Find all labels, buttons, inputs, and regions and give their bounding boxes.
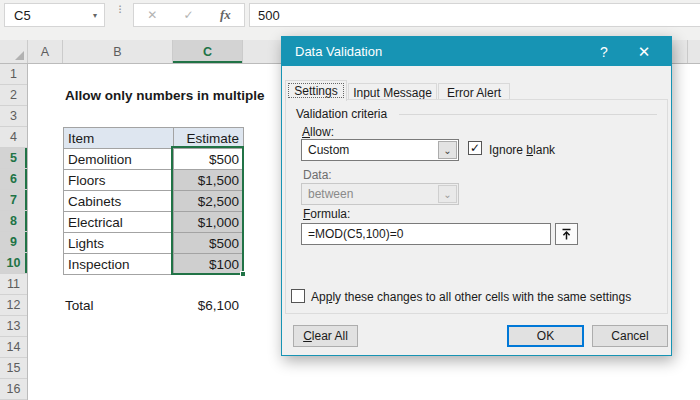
row-header-7[interactable]: 7	[0, 190, 27, 211]
row-header-2[interactable]: 2	[0, 85, 27, 106]
clear-all-button[interactable]: Clear All	[293, 325, 358, 347]
close-icon: ✕	[638, 43, 651, 61]
validation-criteria-label: Validation criteria	[296, 107, 387, 121]
row-header-10[interactable]: 10	[0, 253, 27, 274]
formula-bar-drag-handle-icon: ⁝	[117, 6, 123, 12]
selection-border	[171, 146, 244, 275]
column-header-a[interactable]: A	[28, 40, 63, 63]
cancel-button[interactable]: Cancel	[592, 325, 668, 347]
dialog-help-button[interactable]: ?	[589, 37, 619, 66]
row-header-14[interactable]: 14	[0, 337, 27, 358]
row-header-5[interactable]: 5	[0, 148, 27, 169]
group-divider	[399, 114, 657, 115]
row-header-8[interactable]: 8	[0, 211, 27, 232]
row-header-4[interactable]: 4	[0, 127, 27, 148]
help-icon: ?	[600, 44, 608, 60]
name-box[interactable]: C5 ▾	[4, 3, 105, 27]
formula-bar-buttons: ✕ ✓ fx	[133, 3, 245, 27]
row-header-11[interactable]: 11	[0, 274, 27, 295]
data-dropdown-disabled[interactable]: between ⌄	[301, 183, 459, 205]
fill-handle[interactable]	[240, 271, 246, 277]
checkmark-icon: ✓	[470, 142, 480, 154]
allow-label: Allow:	[302, 125, 334, 139]
formula-input-value: 500	[258, 8, 280, 23]
row-header-3[interactable]: 3	[0, 106, 27, 127]
column-header-c[interactable]: C	[173, 40, 243, 63]
name-box-value: C5	[14, 8, 31, 23]
formula-field[interactable]: =MOD(C5,100)=0	[301, 223, 551, 245]
formula-field-value: =MOD(C5,100)=0	[308, 227, 403, 241]
select-all-button[interactable]	[0, 40, 28, 63]
header-cell-item[interactable]: Item	[64, 128, 174, 149]
cell-b5[interactable]: Demolition	[64, 149, 174, 170]
ok-label: OK	[537, 329, 554, 343]
column-header-e[interactable]	[688, 40, 700, 63]
cancel-label: Cancel	[611, 329, 648, 343]
row-header-16[interactable]: 16	[0, 379, 27, 400]
cell-b6[interactable]: Floors	[64, 170, 174, 191]
row-header-1[interactable]: 1	[0, 64, 27, 85]
dialog-title: Data Validation	[295, 44, 382, 59]
apply-all-checkbox[interactable]	[291, 289, 305, 303]
dialog-close-button[interactable]: ✕	[627, 37, 661, 66]
formula-label: Formula:	[303, 207, 350, 221]
column-header-b[interactable]: B	[63, 40, 173, 63]
cell-b12-total-label[interactable]: Total	[65, 295, 94, 316]
cell-c12-total-value[interactable]: $6,100	[173, 295, 239, 316]
ok-button[interactable]: OK	[507, 325, 584, 347]
clear-all-label: Clear All	[303, 329, 348, 343]
cancel-entry-icon[interactable]: ✕	[147, 8, 157, 22]
confirm-entry-icon[interactable]: ✓	[184, 8, 194, 22]
allow-dropdown-value: Custom	[308, 143, 349, 157]
sheet-title-cell[interactable]: Allow only numbers in multiple	[65, 85, 265, 106]
row-header-6[interactable]: 6	[0, 169, 27, 190]
formula-input[interactable]: 500	[249, 3, 700, 27]
cell-b9[interactable]: Lights	[64, 233, 174, 254]
apply-all-label: Apply these changes to all other cells w…	[311, 290, 631, 304]
row-header-13[interactable]: 13	[0, 316, 27, 337]
chevron-down-icon: ⌄	[438, 185, 457, 203]
insert-function-icon[interactable]: fx	[220, 7, 231, 23]
row-header-12[interactable]: 12	[0, 295, 27, 316]
name-box-dropdown-icon[interactable]: ▾	[93, 11, 97, 20]
ignore-blank-label: Ignore blank	[489, 143, 555, 157]
ignore-blank-checkbox[interactable]: ✓	[468, 141, 482, 155]
data-validation-dialog: Data Validation ? ✕ Settings Input Messa…	[281, 36, 672, 356]
row-header-15[interactable]: 15	[0, 358, 27, 379]
row-header-9[interactable]: 9	[0, 232, 27, 253]
cell-b7[interactable]: Cabinets	[64, 191, 174, 212]
excel-window: C5 ▾ ⁝ ✕ ✓ fx 500 A B C 1 2 3 4 5 6 7 8 …	[0, 0, 700, 400]
row-header-band: 1 2 3 4 5 6 7 8 9 10 11 12 13 14 15 16	[0, 64, 28, 400]
cell-b10[interactable]: Inspection	[64, 254, 174, 275]
formula-bar: C5 ▾ ⁝ ✕ ✓ fx 500	[0, 0, 700, 40]
allow-dropdown[interactable]: Custom ⌄	[301, 139, 459, 161]
data-dropdown-value: between	[308, 187, 353, 201]
select-all-icon	[15, 51, 24, 60]
data-label: Data:	[303, 168, 332, 182]
chevron-down-icon[interactable]: ⌄	[438, 141, 457, 159]
tab-settings[interactable]: Settings	[285, 80, 347, 101]
cell-b8[interactable]: Electrical	[64, 212, 174, 233]
collapse-dialog-icon	[560, 228, 573, 241]
collapse-dialog-button[interactable]	[555, 223, 578, 245]
